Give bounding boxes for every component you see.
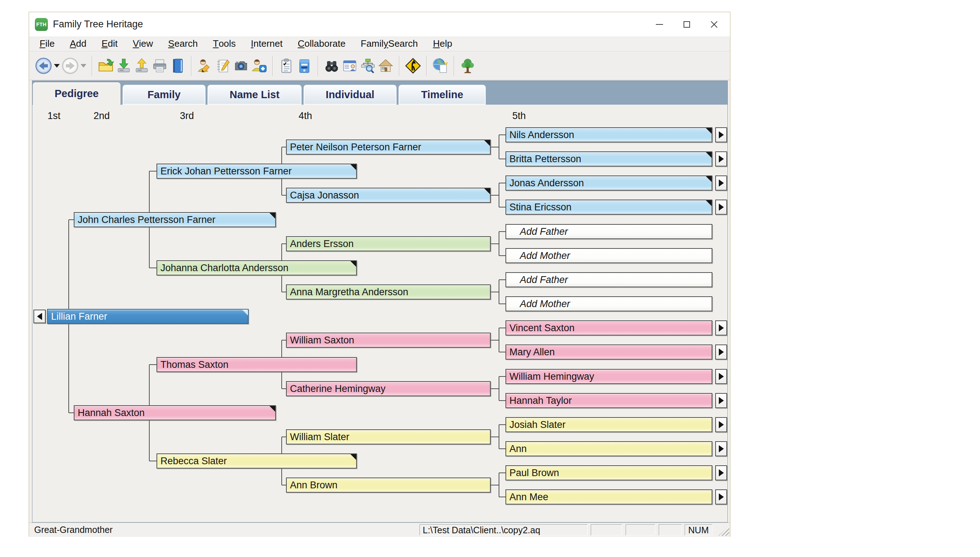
import-button[interactable] — [115, 56, 133, 75]
person-node-nils-andersson[interactable]: Nils Andersson — [505, 127, 713, 142]
find-person-tree-button[interactable] — [359, 56, 377, 75]
photo-icon — [233, 57, 249, 74]
add-father-node[interactable]: Add Father — [505, 224, 713, 239]
expand-ancestors-button[interactable] — [715, 321, 727, 336]
expand-ancestors-button[interactable] — [715, 369, 727, 384]
person-node-thomas-saxton[interactable]: Thomas Saxton — [157, 357, 357, 372]
maximize-button[interactable] — [673, 12, 700, 36]
person-node-ann-brown[interactable]: Ann Brown — [286, 477, 491, 493]
person-node-jonas-andersson[interactable]: Jonas Andersson — [505, 176, 713, 191]
export-button[interactable] — [133, 56, 151, 75]
person-node-hannah-saxton[interactable]: Hannah Saxton — [74, 405, 276, 420]
person-node-josiah-slater[interactable]: Josiah Slater — [505, 417, 713, 432]
menu-item-internet[interactable]: Internet — [243, 36, 290, 51]
print-button[interactable] — [151, 56, 169, 75]
person-name-label: Britta Pettersson — [509, 153, 581, 165]
back-button[interactable] — [34, 56, 53, 75]
person-node-rebecca-slater[interactable]: Rebecca Slater — [157, 453, 357, 469]
person-node-ann-mee[interactable]: Ann Mee — [505, 489, 713, 505]
expand-ancestors-button[interactable] — [715, 176, 727, 191]
expand-ancestors-button[interactable] — [715, 465, 727, 480]
connector-line — [499, 424, 505, 425]
menu-item-help[interactable]: Help — [425, 36, 460, 51]
person-node-mary-allen[interactable]: Mary Allen — [505, 344, 713, 360]
merge-button[interactable] — [404, 56, 422, 75]
person-node-paul-brown[interactable]: Paul Brown — [505, 465, 713, 480]
minimize-button[interactable] — [646, 12, 673, 36]
menu-item-add[interactable]: Add — [62, 36, 94, 51]
notes-button[interactable] — [214, 56, 232, 75]
expand-ancestors-button[interactable] — [715, 393, 727, 408]
menu-item-edit[interactable]: Edit — [94, 36, 125, 51]
person-node-john-charles-pettersson-farner[interactable]: John Charles Pettersson Farner — [74, 212, 276, 227]
person-node-anders-ersson[interactable]: Anders Ersson — [286, 236, 491, 251]
tab-pedigree[interactable]: Pedigree — [33, 82, 121, 105]
expand-ancestors-button[interactable] — [715, 489, 727, 505]
forward-history-button[interactable] — [80, 56, 87, 75]
connector-line — [491, 292, 499, 292]
expand-ancestors-button[interactable] — [715, 127, 727, 142]
person-node-stina-ericsson[interactable]: Stina Ericsson — [505, 200, 713, 215]
add-father-node[interactable]: Add Father — [505, 272, 713, 287]
connector-line — [499, 207, 505, 207]
open-file-button[interactable] — [97, 56, 115, 75]
previous-generation-button[interactable] — [33, 309, 46, 323]
right-arrow-icon — [719, 349, 724, 356]
person-node-william-slater[interactable]: William Slater — [286, 429, 491, 445]
right-arrow-icon — [719, 493, 724, 500]
menu-item-familysearch[interactable]: FamilySearch — [353, 36, 426, 51]
expand-ancestors-button[interactable] — [715, 441, 727, 456]
tab-family[interactable]: Family — [122, 85, 206, 105]
person-node-anna-margretha-andersson[interactable]: Anna Margretha Andersson — [286, 285, 491, 300]
person-node-hannah-taylor[interactable]: Hannah Taylor — [505, 393, 713, 408]
print-icon — [152, 57, 168, 74]
menu-item-collaborate[interactable]: Collaborate — [290, 36, 353, 51]
menu-item-file[interactable]: File — [32, 36, 62, 51]
person-node-johanna-charlotta-andersson[interactable]: Johanna Charlotta Andersson — [157, 261, 357, 275]
menu-item-view[interactable]: View — [125, 36, 160, 51]
tab-individual[interactable]: Individual — [303, 85, 397, 105]
expand-ancestors-button[interactable] — [715, 151, 727, 166]
menu-item-search[interactable]: Search — [160, 36, 205, 51]
person-node-catherine-hemingway[interactable]: Catherine Hemingway — [286, 381, 491, 396]
web-page-button[interactable] — [431, 56, 449, 75]
add-mother-node[interactable]: Add Mother — [505, 248, 713, 263]
tab-timeline[interactable]: Timeline — [398, 85, 486, 105]
person-node-cajsa-jonasson[interactable]: Cajsa Jonasson — [286, 188, 491, 203]
search-button[interactable] — [323, 56, 341, 75]
photo-button[interactable] — [232, 56, 250, 75]
expand-ancestors-button[interactable] — [715, 344, 727, 360]
add-person-button[interactable] — [250, 56, 268, 75]
edit-person-button[interactable] — [196, 56, 214, 75]
multimedia-button[interactable] — [295, 56, 313, 75]
person-node-peter-neilson-peterson-farner[interactable]: Peter Neilson Peterson Farner — [286, 140, 491, 155]
person-name-label: Mary Allen — [509, 347, 555, 358]
generation-label: 2nd — [93, 111, 110, 122]
person-name-label: Hannah Taylor — [509, 395, 572, 406]
person-node-britta-pettersson[interactable]: Britta Pettersson — [505, 151, 713, 166]
person-node-ann[interactable]: Ann — [505, 441, 713, 456]
task-list-button[interactable] — [277, 56, 295, 75]
person-node-william-saxton[interactable]: William Saxton — [286, 332, 491, 348]
connector-line — [149, 171, 157, 171]
close-button[interactable] — [700, 12, 728, 36]
tab-name-list[interactable]: Name List — [207, 85, 302, 105]
individual-summary-button[interactable] — [341, 56, 359, 75]
book-button[interactable] — [169, 56, 187, 75]
connector-line — [499, 497, 505, 497]
expand-ancestors-button[interactable] — [715, 200, 727, 215]
person-node-erick-johan-pettersson-farner[interactable]: Erick Johan Pettersson Farner — [157, 164, 357, 179]
person-node-vincent-saxton[interactable]: Vincent Saxton — [505, 321, 713, 336]
toolbar-separator — [272, 56, 273, 76]
menu-item-tools[interactable]: Tools — [205, 36, 243, 51]
resize-grip[interactable] — [719, 526, 729, 536]
forward-button[interactable] — [61, 56, 80, 75]
family-tree-button[interactable] — [459, 56, 477, 75]
expand-ancestors-button[interactable] — [715, 417, 727, 432]
back-history-button[interactable] — [53, 56, 61, 75]
add-mother-node[interactable]: Add Mother — [505, 296, 713, 311]
home-button[interactable] — [377, 56, 395, 75]
connector-line — [491, 388, 499, 389]
person-node-william-hemingway[interactable]: William Hemingway — [505, 369, 713, 384]
person-node-lillian-farner[interactable]: Lillian Farner — [47, 309, 249, 324]
